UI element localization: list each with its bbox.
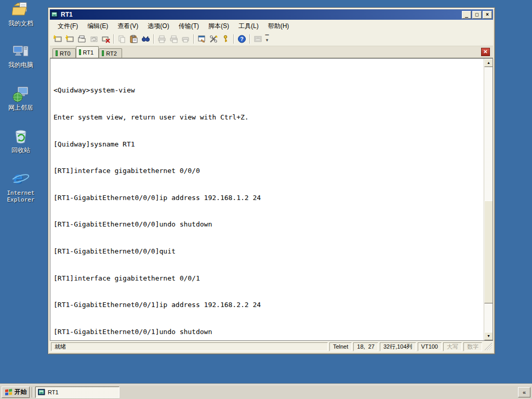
desktop-icon-my-documents[interactable]: 我的文档 [2,1,39,27]
desktop: { "colors": { "desktop_background": "#3B… [0,0,532,399]
session-tab-bar: RT0 RT1 RT2 ✕ [50,46,493,58]
my-computer-icon [12,43,30,60]
terminal-line: Enter system view, return user view with… [54,113,483,122]
start-label: 开始 [15,388,27,396]
terminal-line: [RT1-GigabitEthernet0/0/0]undo shutdown [54,220,483,229]
quick-connect-icon[interactable] [52,33,64,45]
toolbar-separator [153,34,154,44]
print-selection-icon[interactable] [168,33,180,45]
menu-options[interactable]: 选项(O) [143,20,174,32]
window-icon[interactable] [51,11,59,18]
menu-file[interactable]: 文件(F) [53,20,83,32]
connected-indicator-icon [102,50,104,56]
desktop-icon-recycle-bin[interactable]: 回收站 [2,128,39,154]
connected-indicator-icon [56,50,58,56]
toolbar-separator [113,34,114,44]
find-icon[interactable] [140,33,152,45]
desktop-icon-label: 我的文档 [2,20,39,27]
start-button[interactable]: 开始 [2,387,30,398]
svg-text:?: ? [240,36,243,42]
close-button[interactable]: × [483,11,492,19]
tray-chevron-button[interactable]: « [518,387,530,397]
reconnect-icon[interactable] [88,33,100,45]
my-documents-icon [12,1,30,19]
global-options-icon[interactable] [208,33,220,45]
status-terminal-size: 32行,104列 [380,342,416,351]
desktop-icon-label: 回收站 [2,147,39,154]
close-tab-button[interactable]: ✕ [481,48,490,56]
window-title: RT1 [61,11,461,18]
terminal-app-window: RT1 _ □ × 文件(F) 编辑(E) 查看(V) 选项(O) 传输(T) … [48,7,495,354]
connect-icon[interactable] [64,33,76,45]
desktop-icon-network-places[interactable]: 网上邻居 [2,85,39,111]
menu-transfer[interactable]: 传输(T) [174,20,204,32]
tab-label: RT2 [106,50,117,57]
help-icon[interactable]: ? [236,33,248,45]
tab-rt0[interactable]: RT0 [52,48,76,58]
terminal-area[interactable]: <Quidway>system-view Enter system view, … [50,58,493,341]
terminal-line: [Quidway]sysname RT1 [54,140,483,149]
terminal-line: [RT1]interface gigabitethernet 0/0/0 [54,166,483,175]
scroll-down-icon[interactable]: ▼ [484,332,493,340]
connected-indicator-icon [79,49,81,55]
toolbar: ? ▔▾ [50,32,493,46]
menu-edit[interactable]: 编辑(E) [83,20,113,32]
scroll-up-icon[interactable]: ▲ [484,59,493,67]
tab-label: RT0 [60,50,71,57]
desktop-icon-my-computer[interactable]: 我的电脑 [2,43,39,69]
windows-logo-icon [5,388,13,396]
menu-tools[interactable]: 工具(L) [234,20,263,32]
status-caps-lock: 大写 [443,342,462,351]
tab-rt2[interactable]: RT2 [99,48,122,58]
menu-script[interactable]: 脚本(S) [204,20,234,32]
terminal-line: [RT1]interface gigabitethernet 0/0/1 [54,274,483,283]
terminal-line: [RT1-GigabitEthernet0/0/0]ip address 192… [54,193,483,202]
status-ready: 就绪 [51,342,328,351]
status-cursor-position: 18, 27 [353,342,378,351]
connect-in-tab-icon[interactable] [76,33,88,45]
toolbar-separator [249,34,250,44]
taskbar-task-rt1[interactable]: RT1 [35,387,119,398]
key-agent-icon[interactable] [220,33,232,45]
tab-label: RT1 [83,49,94,56]
print-setup-icon[interactable] [180,33,192,45]
status-bar: 就绪 Telnet 18, 27 32行,104列 VT100 大写 数字 [50,341,493,352]
terminal-line: [RT1-GigabitEthernet0/0/1]undo shutdown [54,327,483,336]
vertical-scrollbar[interactable]: ▲ ▼ [484,59,493,340]
status-emulation: VT100 [418,342,442,351]
desktop-icon-label: 我的电脑 [2,62,39,69]
status-num-lock: 数字 [463,342,482,351]
copy-icon[interactable] [116,33,128,45]
menu-view[interactable]: 查看(V) [113,20,143,32]
resize-grip[interactable] [485,343,492,350]
menu-help[interactable]: 帮助(H) [263,20,294,32]
desktop-icon-label: Internet Explorer [2,190,39,203]
internet-explorer-icon: e [12,170,30,188]
keymap-editor-icon[interactable] [252,33,264,45]
scrollbar-thumb[interactable] [484,201,493,303]
toolbar-overflow-button[interactable]: ▔▾ [264,33,270,45]
session-options-icon[interactable] [196,33,208,45]
recycle-bin-icon [12,128,30,145]
network-places-icon [12,85,30,103]
menu-bar: 文件(F) 编辑(E) 查看(V) 选项(O) 传输(T) 脚本(S) 工具(L… [50,20,493,32]
desktop-icon-internet-explorer[interactable]: e Internet Explorer [2,170,39,203]
toolbar-separator [193,34,194,44]
desktop-icon-label: 网上邻居 [2,104,39,111]
maximize-button[interactable]: □ [472,11,482,19]
minimize-button[interactable]: _ [462,11,471,19]
print-icon[interactable] [156,33,168,45]
taskbar-divider [32,387,33,397]
terminal-output: <Quidway>system-view Enter system view, … [50,59,483,340]
status-protocol: Telnet [329,342,352,351]
title-bar[interactable]: RT1 _ □ × [50,9,493,20]
paste-icon[interactable] [128,33,140,45]
disconnect-icon[interactable] [100,33,112,45]
task-label: RT1 [48,389,59,395]
terminal-line: [RT1-GigabitEthernet0/0/1]ip address 192… [54,300,483,309]
terminal-line: [RT1-GigabitEthernet0/0/0]quit [54,247,483,256]
terminal-window-icon [38,389,46,396]
taskbar: 开始 RT1 « [0,384,532,399]
tab-rt1[interactable]: RT1 [76,46,99,58]
toolbar-separator [233,34,234,44]
